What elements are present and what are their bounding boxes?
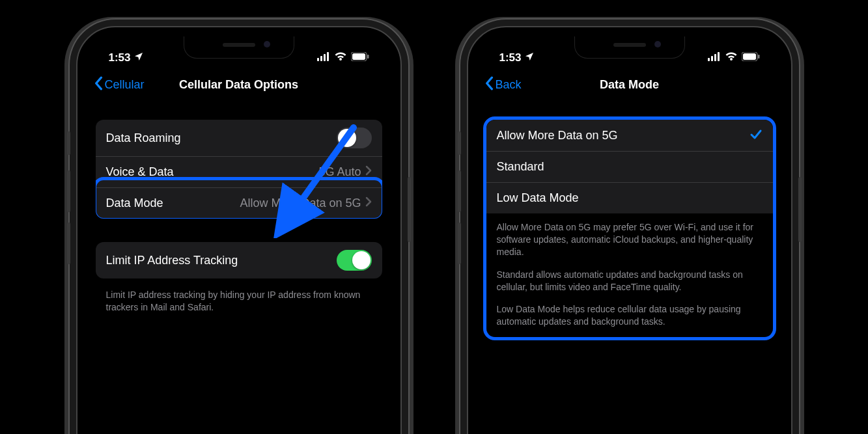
svg-rect-9	[711, 56, 713, 61]
wifi-icon	[725, 51, 738, 65]
phone-left: 1:53 Cel	[76, 26, 402, 434]
option-label: Allow More Data on 5G	[497, 129, 618, 142]
option-label: Low Data Mode	[497, 191, 579, 205]
row-value: Allow More Data on 5G	[240, 197, 361, 210]
svg-rect-1	[320, 56, 322, 61]
row-value: 5G Auto	[318, 165, 361, 179]
options-description: Allow More Data on 5G may prefer 5G over…	[486, 213, 773, 337]
nav-bar: Cellular Cellular Data Options	[87, 69, 391, 100]
footer-text: Limit IP address tracking by hiding your…	[96, 284, 382, 314]
screen-left: 1:53 Cel	[87, 36, 391, 434]
row-label: Data Roaming	[106, 131, 181, 145]
row-label: Data Mode	[106, 197, 163, 210]
data-mode-options: Allow More Data on 5G Standard Low Data …	[486, 120, 773, 213]
option-standard[interactable]: Standard	[486, 151, 773, 182]
page-title: Cellular Data Options	[179, 78, 298, 92]
back-label: Back	[496, 78, 522, 92]
row-label: Voice & Data	[106, 165, 174, 179]
svg-rect-6	[367, 55, 369, 59]
checkmark-icon	[749, 128, 763, 143]
toggle-limit-ip[interactable]	[337, 250, 372, 271]
svg-rect-10	[714, 54, 716, 61]
mute-switch	[67, 131, 70, 155]
nav-bar: Back Data Mode	[477, 69, 782, 100]
svg-rect-3	[327, 52, 329, 61]
cellular-signal-icon	[708, 51, 721, 64]
row-limit-ip-tracking[interactable]: Limit IP Address Tracking	[96, 242, 382, 278]
mute-switch	[458, 131, 461, 155]
power-button	[408, 177, 411, 242]
svg-rect-11	[718, 52, 720, 61]
phone-right: 1:53 Bac	[467, 26, 792, 434]
screen-right: 1:53 Bac	[477, 36, 782, 434]
chevron-left-icon	[484, 76, 494, 94]
notch	[184, 36, 294, 59]
location-icon	[133, 51, 144, 65]
desc-paragraph: Low Data Mode helps reduce cellular data…	[497, 303, 763, 328]
back-button[interactable]: Back	[484, 76, 522, 94]
volume-up	[67, 170, 70, 212]
row-label: Limit IP Address Tracking	[106, 254, 238, 267]
battery-icon	[351, 51, 369, 64]
power-button	[798, 177, 802, 242]
svg-rect-5	[352, 53, 365, 60]
highlighted-section: Allow More Data on 5G Standard Low Data …	[483, 116, 776, 340]
svg-rect-2	[324, 54, 326, 61]
row-voice-data[interactable]: Voice & Data 5G Auto	[96, 156, 382, 187]
svg-rect-0	[317, 58, 319, 61]
cellular-signal-icon	[317, 51, 330, 64]
row-data-mode[interactable]: Data Mode Allow More Data on 5G	[96, 187, 382, 219]
option-low-data[interactable]: Low Data Mode	[486, 182, 773, 213]
back-button[interactable]: Cellular	[93, 76, 145, 94]
chevron-right-icon	[365, 197, 372, 210]
status-time: 1:53	[109, 51, 131, 64]
page-title: Data Mode	[600, 78, 659, 92]
settings-group-2: Limit IP Address Tracking	[96, 242, 382, 278]
wifi-icon	[334, 51, 347, 65]
svg-rect-14	[758, 55, 760, 59]
volume-up	[458, 170, 461, 212]
volume-down	[67, 223, 70, 264]
option-allow-more-5g[interactable]: Allow More Data on 5G	[486, 120, 773, 151]
location-icon	[524, 51, 535, 65]
back-label: Cellular	[105, 78, 145, 92]
notch	[574, 36, 685, 59]
toggle-data-roaming[interactable]	[337, 128, 372, 148]
row-data-roaming[interactable]: Data Roaming	[96, 120, 382, 156]
battery-icon	[742, 51, 760, 64]
option-label: Standard	[497, 160, 544, 174]
status-time: 1:53	[499, 51, 522, 64]
desc-paragraph: Standard allows automatic updates and ba…	[497, 269, 763, 293]
svg-rect-8	[708, 58, 710, 61]
settings-group-1: Data Roaming Voice & Data 5G Auto Data M…	[96, 120, 382, 219]
volume-down	[458, 223, 461, 264]
svg-rect-13	[743, 53, 756, 60]
chevron-right-icon	[365, 165, 372, 179]
chevron-left-icon	[93, 76, 104, 94]
desc-paragraph: Allow More Data on 5G may prefer 5G over…	[497, 221, 763, 258]
